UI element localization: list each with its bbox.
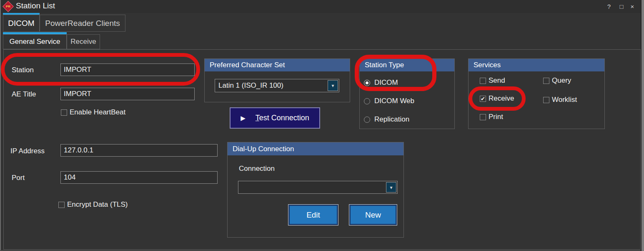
query-checkbox[interactable]: ✔ (543, 78, 549, 84)
worklist-checkbox[interactable]: ✔ (543, 97, 549, 103)
dial-up-connection-header: Dial-Up Connection (228, 142, 403, 155)
radio-replication[interactable] (364, 117, 370, 123)
radio-replication-label: Replication (374, 115, 409, 124)
window-frame-right[interactable] (641, 0, 644, 251)
station-input[interactable] (60, 63, 195, 76)
connection-value (242, 181, 384, 193)
print-checkbox[interactable]: ✔ (480, 114, 486, 120)
port-label: Port (12, 173, 25, 183)
connection-dropdown[interactable]: ▾ (238, 181, 398, 194)
test-connection-label: Test Connection (256, 114, 309, 122)
enable-heartbeat-checkbox[interactable]: ✔ (61, 109, 67, 116)
worklist-label: Worklist (552, 95, 577, 104)
station-list-window: PR Station List ? □ × DICOM PowerReader … (0, 0, 644, 251)
help-button[interactable]: ? (604, 2, 614, 11)
subtab-general-service[interactable]: General Service (3, 34, 67, 49)
services-header: Services (469, 59, 604, 71)
character-set-value: Latin 1 (ISO_IR 100) (218, 79, 326, 92)
ip-address-input[interactable] (60, 144, 218, 157)
ae-title-label: AE Title (12, 90, 36, 99)
app-icon: PR (3, 1, 14, 12)
station-label: Station (12, 66, 34, 75)
character-set-dropdown[interactable]: Latin 1 (ISO_IR 100) ▾ (215, 79, 339, 92)
chevron-down-icon[interactable]: ▾ (386, 182, 396, 193)
subtab-receive[interactable]: Receive (67, 34, 100, 49)
edit-button[interactable]: Edit (288, 204, 338, 226)
encrypt-tls-checkbox[interactable]: ✔ (58, 202, 65, 208)
receive-label: Receive (489, 94, 514, 103)
ae-title-input[interactable] (60, 88, 195, 100)
station-type-header: Station Type (360, 59, 454, 71)
tab-powerreader-clients[interactable]: PowerReader Clients (40, 15, 125, 32)
preferred-character-set-group: Preferred Character Set Latin 1 (ISO_IR … (204, 58, 350, 102)
radio-dicom-label: DICOM (374, 78, 398, 87)
radio-dicom[interactable] (364, 80, 370, 86)
connection-label: Connection (239, 164, 275, 173)
app-icon-text: PR (6, 5, 10, 8)
title-bar: PR Station List ? □ × (0, 0, 644, 13)
radio-dicom-web-label: DICOM Web (374, 96, 414, 106)
dial-up-connection-group: Dial-Up Connection Connection ▾ Edit New (227, 142, 404, 238)
enable-heartbeat-label: Enable HeartBeat (70, 108, 125, 117)
services-group: Services ✔ Send ✔ Query ✔ Receive ✔ Work… (468, 58, 605, 129)
tab-dicom[interactable]: DICOM (3, 15, 40, 32)
radio-dicom-web[interactable] (364, 98, 370, 104)
print-label: Print (489, 112, 503, 122)
new-button[interactable]: New (349, 204, 397, 226)
port-input[interactable] (60, 171, 218, 184)
test-connection-button[interactable]: ▶ Test Connection (230, 107, 320, 129)
close-button[interactable]: × (627, 2, 638, 11)
preferred-character-set-header: Preferred Character Set (205, 59, 350, 71)
station-type-group: Station Type DICOM DICOM Web Replication (359, 58, 455, 129)
send-checkbox[interactable]: ✔ (480, 78, 486, 84)
ip-address-label: IP Address (10, 147, 45, 156)
maximize-button[interactable]: □ (616, 2, 627, 11)
window-title: Station List (16, 1, 55, 10)
encrypt-tls-label: Encrypt Data (TLS) (67, 200, 128, 209)
chevron-down-icon[interactable]: ▾ (328, 80, 338, 91)
window-frame-left (0, 0, 1, 251)
check-icon: ✔ (481, 96, 485, 101)
query-label: Query (552, 76, 571, 85)
receive-checkbox[interactable]: ✔ (480, 96, 486, 102)
send-label: Send (489, 76, 505, 85)
play-icon: ▶ (241, 114, 246, 122)
